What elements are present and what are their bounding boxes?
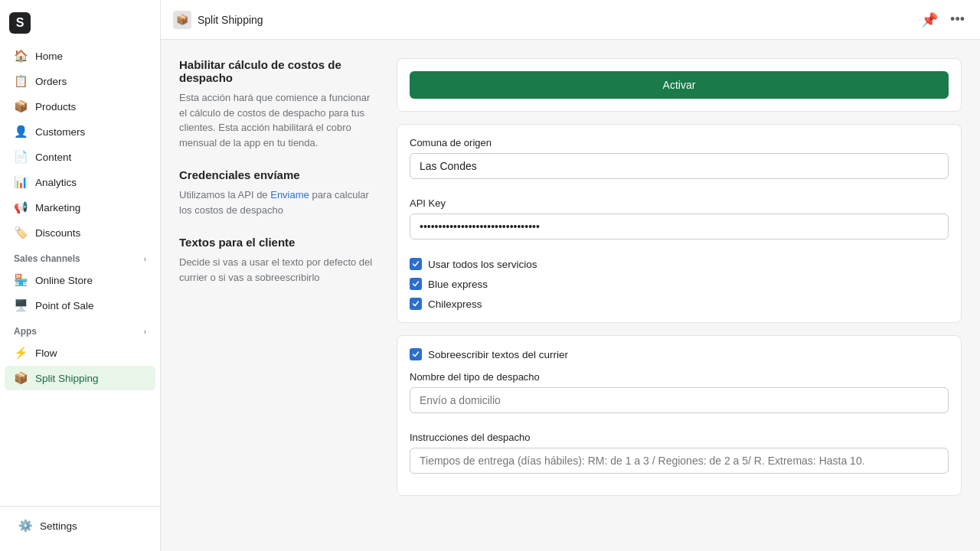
pin-button[interactable]: 📌 [918, 8, 941, 31]
activate-card: Activar [397, 58, 962, 112]
overwrite-checkbox[interactable] [410, 348, 422, 360]
sidebar-item-split-shipping[interactable]: 📦 Split Shipping [5, 366, 155, 390]
sales-channels-section[interactable]: Sales channels › [5, 246, 155, 267]
sidebar-item-content[interactable]: 📄 Content [5, 145, 155, 169]
sidebar-item-label: Orders [35, 76, 67, 87]
sidebar: S 🏠 Home 📋 Orders 📦 Products 👤 Customers… [0, 0, 161, 551]
sidebar-item-settings[interactable]: ⚙️ Settings [9, 514, 151, 538]
logo-icon: S [9, 12, 31, 34]
page-content: Habilitar cálculo de costos de despacho … [161, 40, 980, 551]
customer-texts-heading: Textos para el cliente [179, 236, 378, 249]
shipping-instructions-input[interactable] [410, 448, 949, 474]
sidebar-item-point-of-sale[interactable]: 🖥️ Point of Sale [5, 293, 155, 318]
content-icon: 📄 [14, 150, 28, 164]
topbar-actions: 📌 ••• [918, 8, 968, 31]
blue-express-row: Blue express [410, 278, 949, 290]
shipping-name-field-group: Nombre del tipo de despacho [410, 371, 949, 422]
customer-texts-section-text: Textos para el cliente Decide si vas a u… [179, 236, 378, 285]
credentials-section-text: Credenciales envíame Utilizamos la API d… [179, 168, 378, 217]
topbar-app-icon: 📦 [173, 11, 191, 29]
topbar-left: 📦 Split Shipping [173, 11, 263, 29]
sidebar-item-products[interactable]: 📦 Products [5, 94, 155, 119]
apikey-field-group: API Key [410, 197, 949, 249]
activate-section-text: Habilitar cálculo de costos de despacho … [179, 58, 378, 150]
flow-icon: ⚡ [14, 346, 28, 360]
sidebar-item-label: Home [35, 51, 63, 62]
settings-label: Settings [40, 520, 77, 532]
credentials-card: Comuna de origen API Key Usar todos los … [397, 124, 962, 323]
main-content: 📦 Split Shipping 📌 ••• Habilitar cálculo… [161, 0, 980, 551]
activate-heading: Habilitar cálculo de costos de despacho [179, 58, 378, 84]
pin-icon: 📌 [921, 11, 938, 28]
activate-description: Esta acción hará que comience a funciona… [179, 90, 378, 150]
sidebar-item-home[interactable]: 🏠 Home [5, 44, 155, 68]
home-icon: 🏠 [14, 49, 28, 63]
apps-label: Apps [14, 326, 37, 337]
sidebar-item-customers[interactable]: 👤 Customers [5, 119, 155, 144]
sidebar-item-label: Products [35, 101, 76, 112]
origin-field-group: Comuna de origen [410, 137, 949, 188]
customer-texts-card: Sobreescribir textos del currier Nombre … [397, 335, 962, 496]
all-services-checkbox[interactable] [410, 258, 422, 270]
sidebar-item-label: Discounts [35, 227, 80, 239]
more-icon: ••• [950, 11, 965, 28]
shipping-name-label: Nombre del tipo de despacho [410, 371, 949, 383]
sidebar-item-label: Analytics [35, 177, 77, 188]
chilexpress-row: Chilexpress [410, 298, 949, 310]
sidebar-item-label: Content [35, 152, 71, 163]
sidebar-item-label: Online Store [35, 275, 93, 286]
enviame-link[interactable]: Enviame [270, 189, 309, 201]
right-panel: Activar Comuna de origen API Key Usar to… [397, 58, 962, 533]
more-options-button[interactable]: ••• [947, 8, 968, 31]
sidebar-item-flow[interactable]: ⚡ Flow [5, 341, 155, 365]
orders-icon: 📋 [14, 74, 28, 88]
blue-express-label: Blue express [428, 279, 488, 290]
credentials-heading: Credenciales envíame [179, 168, 378, 181]
topbar: 📦 Split Shipping 📌 ••• [161, 0, 980, 40]
sidebar-item-analytics[interactable]: 📊 Analytics [5, 170, 155, 194]
topbar-title: Split Shipping [198, 14, 263, 26]
customers-icon: 👤 [14, 125, 28, 139]
sidebar-item-marketing[interactable]: 📢 Marketing [5, 195, 155, 220]
point-of-sale-icon: 🖥️ [14, 298, 28, 312]
sales-channels-label: Sales channels [14, 253, 80, 264]
sidebar-item-label: Split Shipping [35, 373, 99, 384]
sidebar-item-discounts[interactable]: 🏷️ Discounts [5, 220, 155, 245]
shipping-instructions-label: Instrucciones del despacho [410, 432, 949, 443]
sidebar-item-label: Flow [35, 347, 57, 359]
sidebar-logo: S [0, 0, 160, 40]
origin-label: Comuna de origen [410, 137, 949, 148]
apikey-label: API Key [410, 197, 949, 209]
sidebar-item-label: Customers [35, 126, 85, 138]
chilexpress-label: Chilexpress [428, 298, 482, 310]
split-shipping-icon: 📦 [14, 371, 28, 385]
products-icon: 📦 [14, 99, 28, 113]
origin-input[interactable] [410, 153, 949, 179]
chilexpress-checkbox[interactable] [410, 298, 422, 310]
discounts-icon: 🏷️ [14, 226, 28, 240]
sidebar-item-online-store[interactable]: 🏪 Online Store [5, 268, 155, 292]
apikey-input[interactable] [410, 214, 949, 240]
sidebar-item-label: Point of Sale [35, 300, 94, 311]
settings-icon: ⚙️ [18, 519, 32, 533]
all-services-row: Usar todos los servicios [410, 258, 949, 270]
online-store-icon: 🏪 [14, 273, 28, 287]
sidebar-nav: 🏠 Home 📋 Orders 📦 Products 👤 Customers 📄… [0, 40, 160, 500]
chevron-icon: › [144, 255, 146, 263]
shipping-name-input[interactable] [410, 387, 949, 413]
sidebar-item-orders[interactable]: 📋 Orders [5, 69, 155, 93]
blue-express-checkbox[interactable] [410, 278, 422, 290]
customer-texts-description: Decide si vas a usar el texto por defect… [179, 255, 378, 285]
apps-section[interactable]: Apps › [5, 318, 155, 340]
sidebar-item-label: Marketing [35, 202, 80, 214]
left-panel: Habilitar cálculo de costos de despacho … [179, 58, 378, 533]
activate-button[interactable]: Activar [410, 71, 949, 99]
shipping-instructions-field-group: Instrucciones del despacho [410, 432, 949, 483]
overwrite-row: Sobreescribir textos del currier [410, 348, 949, 360]
all-services-label: Usar todos los servicios [428, 259, 537, 270]
chevron-icon: › [144, 328, 146, 336]
credentials-description: Utilizamos la API de Enviame para calcul… [179, 187, 378, 217]
analytics-icon: 📊 [14, 175, 28, 189]
sidebar-bottom: ⚙️ Settings [0, 506, 160, 551]
credentials-desc-pre: Utilizamos la API de [179, 189, 270, 201]
